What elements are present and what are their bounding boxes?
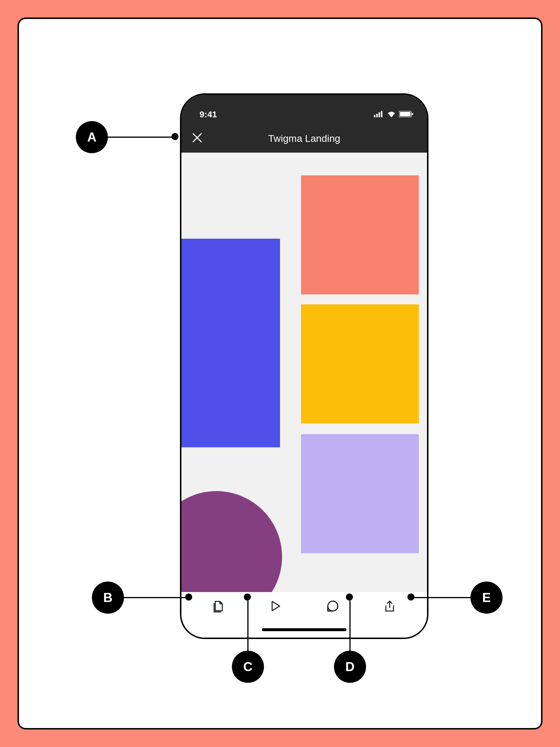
- play-button[interactable]: [266, 597, 285, 616]
- svg-rect-2: [379, 112, 380, 117]
- title-bar: Twigma Landing: [181, 124, 427, 153]
- svg-rect-5: [400, 112, 410, 117]
- shape-lavender-rectangle: [301, 434, 419, 553]
- wifi-icon: [387, 109, 396, 119]
- home-indicator[interactable]: [262, 628, 347, 631]
- callout-badge-e: E: [471, 582, 503, 614]
- status-icons: [374, 109, 413, 119]
- pages-button[interactable]: [209, 597, 228, 616]
- close-icon: [192, 132, 203, 144]
- callout-badge-d: D: [334, 651, 366, 683]
- callout-badge-a: A: [76, 121, 108, 153]
- callout-letter: C: [243, 660, 252, 674]
- callout-dot-b: [185, 594, 192, 600]
- status-bar: 9:41: [181, 95, 427, 124]
- play-icon: [270, 600, 282, 613]
- callout-line-c: [247, 600, 248, 651]
- callout-dot-a: [171, 133, 179, 140]
- comments-button[interactable]: [323, 597, 342, 616]
- status-time: 9:41: [199, 109, 217, 119]
- design-canvas[interactable]: [181, 153, 427, 592]
- callout-badge-b: B: [92, 582, 124, 614]
- callout-letter: E: [482, 590, 490, 605]
- callout-line-d: [349, 600, 351, 651]
- shape-coral-rectangle: [301, 175, 419, 294]
- pages-icon: [212, 600, 225, 614]
- cellular-signal-icon: [374, 109, 384, 119]
- share-icon: [383, 600, 396, 613]
- svg-rect-6: [412, 113, 413, 115]
- phone-mockup: 9:41 Twigma Landing: [180, 93, 428, 639]
- callout-letter: A: [87, 130, 97, 145]
- callout-line-b: [124, 597, 189, 598]
- battery-icon: [399, 109, 413, 119]
- callout-line-a: [108, 136, 175, 138]
- callout-line-e: [415, 597, 471, 598]
- shape-blue-rectangle: [181, 239, 280, 447]
- comment-icon: [327, 600, 339, 613]
- callout-dot-e: [407, 594, 415, 600]
- diagram-frame: A B C D E 9:41: [18, 18, 542, 729]
- callout-letter: B: [103, 590, 113, 605]
- svg-rect-1: [376, 114, 378, 117]
- shape-purple-circle: [181, 491, 282, 592]
- close-button[interactable]: [191, 132, 204, 145]
- callout-dot-d: [346, 594, 353, 600]
- callout-badge-c: C: [232, 651, 264, 683]
- svg-rect-0: [374, 115, 375, 117]
- callout-letter: D: [345, 660, 355, 674]
- svg-rect-3: [381, 111, 382, 117]
- page-title: Twigma Landing: [181, 133, 427, 144]
- share-button[interactable]: [380, 597, 399, 616]
- callout-dot-c: [244, 594, 251, 600]
- shape-yellow-rectangle: [301, 304, 419, 423]
